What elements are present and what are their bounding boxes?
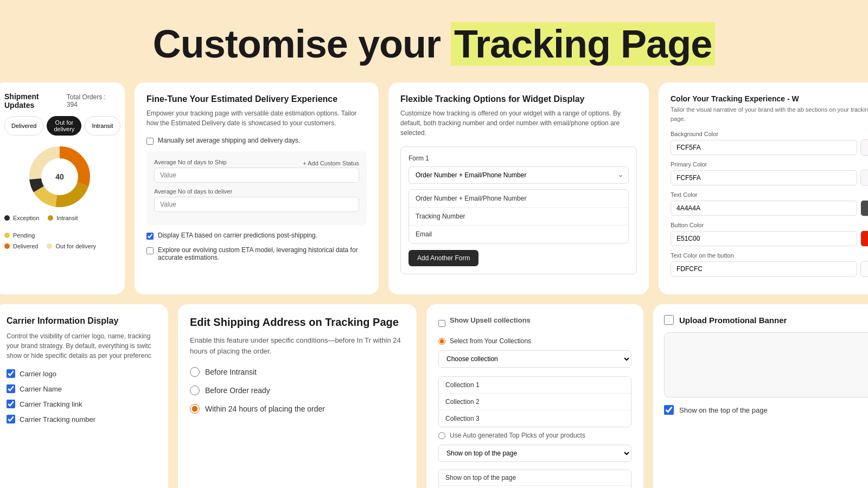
radio-select-collections: Select from Your Collections [438, 337, 631, 345]
color-title: Color Your Tracking Experience - W [671, 94, 868, 103]
choose-collection-select[interactable]: Choose collection [438, 350, 631, 368]
banner-upload-area[interactable] [664, 332, 868, 397]
upsell-header: Show Upsell collections [438, 316, 631, 331]
radio-before-intransit-input[interactable] [190, 367, 200, 377]
carrier-tracking-link-label: Carrier Tracking link [20, 400, 82, 408]
checkbox-custom-eta-label: Explore our evolving custom ETA model, l… [158, 246, 367, 261]
checkbox-custom-eta-input[interactable] [146, 247, 154, 254]
show-top-checkbox[interactable] [664, 405, 674, 415]
radio-within-24h-label: Within 24 hours of placing the order [205, 404, 325, 413]
text-color-swatch[interactable] [860, 200, 868, 216]
carrier-tracking-link-checkbox[interactable] [7, 400, 15, 408]
carrier-logo-label: Carrier logo [20, 370, 56, 378]
deliver-value-input[interactable] [154, 197, 359, 212]
chart-legend: Exception Intransit Pending Delivered Ou… [4, 215, 115, 252]
check-carrier-tracking-link: Carrier Tracking link [7, 400, 156, 408]
collection-item-1[interactable]: Collection 1 [439, 377, 631, 394]
radio-before-order-ready-label: Before Order ready [205, 386, 270, 395]
tracking-dropdown-wrapper: Order Number + Email/Phone Number Tracki… [409, 166, 629, 189]
primary-color-swatch[interactable] [860, 170, 868, 186]
tracking-select[interactable]: Order Number + Email/Phone Number Tracki… [409, 166, 629, 184]
position-option-top[interactable]: Show on top of the page [439, 470, 631, 486]
filter-out-for-delivery[interactable]: Out for delivery [47, 116, 81, 136]
total-orders-label: Total Orders : 394 [67, 93, 115, 108]
tracking-desc: Customize how tracking is offered on you… [400, 108, 637, 138]
primary-color-row: Primary Color [671, 161, 868, 186]
shipping-title: Edit Shipping Address on Tracking Page [190, 316, 405, 329]
ship-value-input[interactable] [154, 168, 359, 183]
checkbox-eta-label: Display ETA based on carrier predictions… [158, 232, 317, 239]
shipment-title: Shipment Updates [4, 92, 67, 110]
add-form-button[interactable]: Add Another Form [409, 250, 478, 266]
check-carrier-name: Carrier Name [7, 384, 156, 393]
button-text-color-input[interactable] [671, 261, 857, 277]
checkbox-manually: Manually set average shipping and delive… [146, 137, 367, 145]
auto-picks-radio[interactable] [438, 432, 445, 439]
radio-before-intransit: Before Intransit [190, 367, 405, 377]
button-text-color-label: Text Color on the button [671, 252, 868, 259]
deliver-label: Average No of days to deliver [154, 188, 359, 195]
hero-heading: Customise your Tracking Page [0, 22, 868, 66]
radio-before-order-ready-input[interactable] [190, 386, 200, 395]
filter-delivered[interactable]: Delivered [4, 116, 43, 136]
card-finetune: Fine-Tune Your Estimated Delivery Experi… [135, 82, 379, 294]
show-top-row: Show on the top of the page [664, 405, 868, 415]
tracking-option-email[interactable]: Email [409, 226, 628, 243]
banner-title: Upload Promotional Banner [679, 316, 787, 325]
color-desc: Tailor the visual narrative of your bran… [671, 105, 868, 123]
collection-item-2[interactable]: Collection 2 [439, 394, 631, 410]
carrier-name-label: Carrier Name [20, 385, 62, 393]
carrier-name-checkbox[interactable] [7, 384, 15, 393]
filter-intransit[interactable]: Intransit [85, 116, 120, 136]
svg-text:40: 40 [55, 172, 64, 181]
collection-item-3[interactable]: Collection 3 [439, 410, 631, 427]
auto-picks-row: Use Auto generated Top Picks of your pro… [438, 432, 631, 439]
carrier-tracking-number-checkbox[interactable] [7, 415, 15, 423]
carrier-title: Carrier Information Display [7, 316, 156, 326]
add-custom-status[interactable]: + Add Custom Status [303, 160, 359, 166]
button-color-row: Button Color [671, 222, 868, 247]
hero-title-highlight: Tracking Page [451, 22, 715, 66]
ship-label: Average No of days to Ship [154, 159, 227, 165]
position-select-wrapper: Show on top of the page Show on bottom o… [438, 445, 631, 466]
tracking-option-number[interactable]: Tracking Number [409, 208, 628, 226]
checkbox-custom-eta: Explore our evolving custom ETA model, l… [146, 246, 367, 261]
button-color-swatch[interactable] [860, 230, 868, 247]
radio-before-intransit-label: Before Intransit [205, 368, 257, 376]
tracking-title: Flexible Tracking Options for Widget Dis… [400, 94, 637, 104]
position-select[interactable]: Show on top of the page Show on bottom o… [438, 445, 631, 462]
donut-svg: 40 [27, 144, 92, 209]
show-upsell-checkbox[interactable] [438, 320, 445, 327]
checkbox-manually-input[interactable] [146, 138, 154, 145]
filter-buttons: Delivered Out for delivery Intransit [4, 116, 115, 136]
primary-color-input[interactable] [671, 170, 857, 185]
upload-banner-checkbox[interactable] [664, 315, 674, 325]
tracking-options-list: Order Number + Email/Phone Number Tracki… [409, 189, 629, 243]
button-color-input[interactable] [671, 231, 857, 246]
finetune-title: Fine-Tune Your Estimated Delivery Experi… [146, 94, 367, 104]
text-color-label: Text Color [671, 191, 868, 198]
tracking-form-box: Form 1 Order Number + Email/Phone Number… [400, 146, 637, 274]
shipping-desc: Enable this feature under specific condi… [190, 335, 405, 356]
radio-before-order-ready: Before Order ready [190, 386, 405, 395]
collection-list: Collection 1 Collection 2 Collection 3 [438, 376, 631, 427]
card-flexible-tracking: Flexible Tracking Options for Widget Dis… [388, 82, 649, 294]
bg-color-input[interactable] [671, 140, 857, 155]
radio-select-collections-input[interactable] [438, 338, 445, 345]
position-option-bottom[interactable]: Show on bottom of the page [439, 486, 631, 488]
card-upload-banner: Upload Promotional Banner Show on the to… [653, 304, 868, 488]
show-top-label: Show on the top of the page [679, 406, 768, 414]
bg-color-swatch[interactable] [860, 139, 868, 156]
tracking-option-order[interactable]: Order Number + Email/Phone Number [409, 190, 628, 208]
text-color-input[interactable] [671, 201, 857, 216]
text-color-row: Text Color [671, 191, 868, 216]
checkbox-eta: Display ETA based on carrier predictions… [146, 232, 367, 240]
button-text-color-swatch[interactable] [860, 261, 868, 277]
checkbox-manually-label: Manually set average shipping and delive… [158, 137, 300, 144]
banner-header: Upload Promotional Banner [664, 315, 868, 325]
bg-color-label: Background Color [671, 131, 868, 137]
radio-within-24h-input[interactable] [190, 404, 200, 414]
carrier-logo-checkbox[interactable] [7, 369, 15, 378]
checkbox-eta-input[interactable] [146, 233, 154, 240]
card-carrier-info: Carrier Information Display Control the … [0, 304, 168, 488]
